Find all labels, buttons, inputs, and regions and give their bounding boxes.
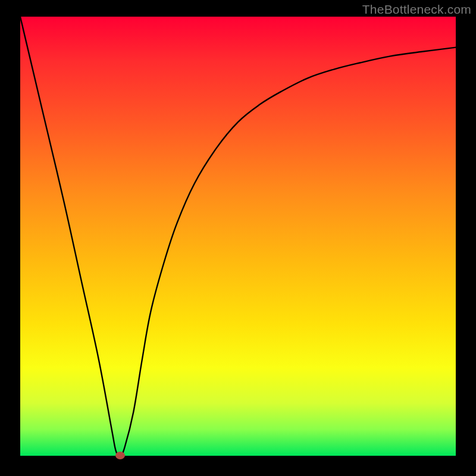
chart-frame: TheBottleneck.com bbox=[0, 0, 476, 476]
watermark-text: TheBottleneck.com bbox=[362, 2, 471, 17]
minimum-point-marker bbox=[115, 452, 125, 459]
bottleneck-curve bbox=[20, 17, 456, 456]
plot-area bbox=[20, 17, 456, 456]
